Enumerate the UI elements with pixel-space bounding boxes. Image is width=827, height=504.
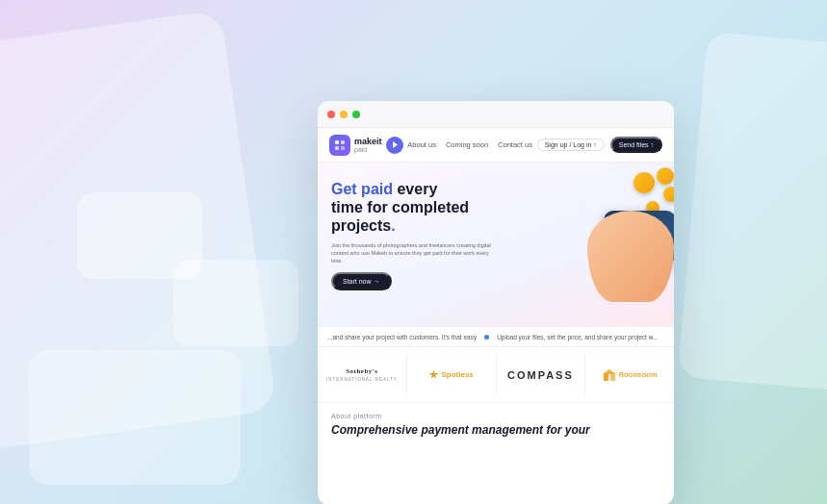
roomroom-icon (603, 368, 616, 382)
brand-sothebys: Sotheby's INTERNATIONAL REALTY (318, 355, 407, 394)
about-title-end: for your (546, 423, 589, 437)
roomroom-logo: Roomroom (603, 368, 658, 382)
svg-rect-5 (604, 373, 608, 381)
ticker-text1: ...and share your project with customers… (327, 334, 477, 340)
brand-spotless: Spotless (407, 355, 497, 394)
dot-close (327, 111, 335, 118)
hero-title-bold: Get paid (331, 181, 393, 197)
svg-marker-4 (393, 141, 398, 148)
svg-rect-0 (335, 140, 339, 144)
brands-section: Sotheby's INTERNATIONAL REALTY Spotless … (318, 347, 674, 403)
hero-section: Get paid everytime for completedprojects… (318, 163, 674, 326)
bg-card-mid (77, 192, 202, 279)
bg-card-mid2 (173, 260, 298, 346)
nav-actions: Sign up / Log in ↑ Send files ↑ (537, 137, 662, 153)
logo-sub: paid (354, 146, 382, 153)
coin-1 (633, 172, 655, 193)
roomroom-name: Roomroom (619, 370, 658, 379)
nav-contact[interactable]: Contact us (498, 140, 532, 149)
hero-text: Get paid everytime for completedprojects… (331, 180, 495, 290)
nav-coming-soon[interactable]: Coming soon (446, 140, 488, 149)
compass-name: COMPASS (507, 369, 574, 381)
spotless-name: Spotless (441, 370, 473, 379)
nav-links: About us Coming soon Contact us (407, 140, 532, 149)
svg-rect-1 (341, 140, 345, 144)
wallet-illustration (558, 167, 674, 302)
sendfree-button[interactable]: Send files ↑ (610, 137, 662, 153)
spotless-logo: Spotless (428, 370, 473, 380)
sothebys-subtitle: INTERNATIONAL REALTY (326, 377, 398, 382)
nav-bar: makeit paid About us Coming soon Contact… (318, 128, 674, 163)
hero-image (558, 167, 674, 312)
svg-rect-6 (610, 373, 615, 381)
ticker-bar: ...and share your project with customers… (318, 326, 674, 347)
ticker-text2: Upload your files, set the price, and sh… (497, 334, 658, 340)
play-button[interactable] (386, 137, 403, 154)
about-title-regular: Comprehensive (331, 423, 418, 437)
bg-blob-right (678, 32, 827, 391)
brand-compass: COMPASS (497, 355, 586, 394)
about-title-italic: payment management (421, 423, 543, 437)
browser-window: makeit paid About us Coming soon Contact… (318, 101, 674, 504)
svg-marker-7 (603, 369, 616, 374)
svg-rect-2 (335, 146, 339, 150)
coin-3 (663, 187, 674, 202)
sothebys-name: Sotheby's (346, 367, 377, 377)
about-title: Comprehensive payment management for you… (331, 423, 660, 439)
bg-blob-left (0, 10, 277, 452)
logo-icon (329, 135, 350, 156)
logo-text-block: makeit paid (354, 138, 382, 153)
ticker-dot (484, 335, 489, 340)
browser-topbar (318, 101, 674, 128)
dot-maximize (352, 111, 360, 118)
dot-minimize (340, 111, 348, 118)
wallet-hand (587, 211, 674, 302)
about-section: About platform Comprehensive payment man… (318, 403, 674, 448)
brand-roomroom: Roomroom (585, 355, 674, 394)
nav-about[interactable]: About us (407, 140, 436, 149)
hero-description: Join the thousands of photographers and … (331, 241, 495, 265)
start-now-button[interactable]: Start now → (331, 272, 392, 290)
about-label: About platform (331, 413, 660, 419)
bg-bottom-left (29, 350, 241, 485)
logo-name: makeit (354, 138, 382, 146)
signin-button[interactable]: Sign up / Log in ↑ (537, 139, 605, 151)
coin-2 (657, 167, 674, 185)
hero-title: Get paid everytime for completedprojects… (331, 180, 495, 236)
svg-rect-3 (341, 146, 345, 150)
spotless-icon (428, 370, 438, 380)
nav-logo: makeit paid (329, 135, 403, 156)
